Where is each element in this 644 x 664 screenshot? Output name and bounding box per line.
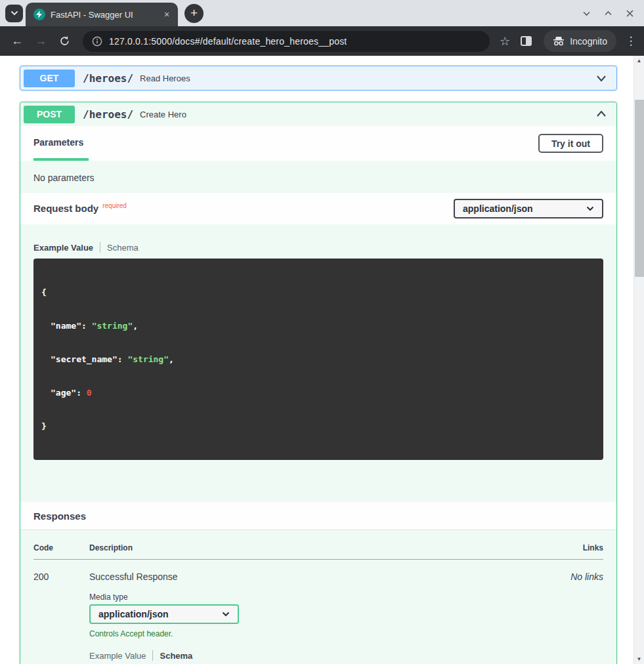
response-row-200: 200 Successful Response Media type appli… [33, 560, 603, 664]
select-chevron-down-icon [222, 612, 230, 617]
request-body-title: Request body [33, 203, 98, 215]
media-type-label: Media type [89, 592, 564, 602]
browser-toolbar: ← → 127.0.0.1:5000/docs#/default/create_… [0, 26, 644, 56]
opblock-get-header[interactable]: GET /heroes/ Read Heroes [20, 66, 616, 90]
request-body-content: Example Value Schema { "name": "string",… [20, 224, 616, 502]
tab-schema[interactable]: Schema [160, 651, 192, 661]
incognito-badge: Incognito [544, 30, 616, 52]
endpoint-path: /heroes/ [83, 108, 133, 121]
tab-close-icon[interactable]: × [161, 9, 173, 20]
accept-header-note: Controls Accept header. [89, 629, 564, 638]
address-bar[interactable]: 127.0.0.1:5000/docs#/default/create_hero… [83, 31, 490, 52]
endpoint-path: /heroes/ [83, 72, 133, 85]
response-description: Successful Response [89, 571, 564, 582]
back-button[interactable]: ← [5, 34, 29, 48]
column-links: Links [564, 543, 603, 552]
tab-divider [100, 242, 100, 253]
scroll-up-icon[interactable]: ▲ [634, 58, 644, 64]
tab-divider [152, 650, 153, 661]
response-media-type-select[interactable]: application/json [89, 604, 239, 624]
incognito-icon [553, 36, 565, 46]
endpoint-summary: Create Hero [140, 110, 186, 119]
select-chevron-down-icon [586, 206, 594, 211]
response-media-type-value: application/json [98, 609, 169, 619]
responses-table-header: Code Description Links [33, 543, 603, 560]
tab-search-button[interactable] [5, 5, 23, 22]
browser-menu-icon[interactable]: ⋮ [623, 34, 639, 48]
opblock-post-heroes: POST /heroes/ Create Hero Parameters Try… [20, 102, 617, 664]
incognito-label: Incognito [570, 36, 607, 47]
swagger-page: GET /heroes/ Read Heroes POST /heroes/ C… [0, 56, 644, 664]
model-example-tabs: Example Value Schema [33, 242, 603, 253]
forward-button[interactable]: → [29, 34, 53, 48]
browser-tab-active[interactable]: FastAPI - Swagger UI × [26, 3, 178, 26]
responses-table: Code Description Links 200 Successful Re… [20, 530, 616, 664]
column-code: Code [33, 543, 89, 552]
try-it-out-button[interactable]: Try it out [538, 134, 603, 153]
tab-example-value[interactable]: Example Value [89, 651, 146, 661]
side-panel-button[interactable] [515, 36, 537, 46]
responses-title: Responses [33, 510, 86, 522]
method-badge-get: GET [24, 70, 75, 87]
request-media-type-select[interactable]: application/json [454, 199, 603, 218]
response-links: No links [564, 571, 603, 664]
no-parameters-text: No parameters [20, 161, 616, 193]
request-body-section-header: Request bodyrequired application/json [20, 193, 616, 224]
reload-button[interactable] [53, 35, 76, 47]
window-controls [582, 9, 644, 18]
opblock-post-header[interactable]: POST /heroes/ Create Hero [20, 102, 616, 126]
browser-tabstrip: FastAPI - Swagger UI × + [0, 0, 644, 26]
request-media-type-value: application/json [463, 203, 533, 214]
window-minimize-icon[interactable] [582, 9, 591, 18]
required-label: required [102, 202, 127, 209]
expand-chevron-down-icon[interactable] [594, 71, 609, 85]
fastapi-favicon-icon [33, 9, 45, 20]
model-example-tabs: Example Value Schema [89, 650, 564, 661]
scroll-down-icon[interactable]: ▼ [634, 656, 644, 662]
opblock-get-heroes: GET /heroes/ Read Heroes [20, 66, 617, 91]
response-code: 200 [33, 571, 89, 664]
bookmark-star-icon[interactable]: ☆ [495, 34, 515, 49]
tab-parameters: Parameters [33, 126, 89, 161]
side-panel-icon [521, 36, 532, 46]
column-description: Description [89, 543, 564, 552]
url-text[interactable]: 127.0.0.1:5000/docs#/default/create_hero… [109, 36, 347, 47]
tab-example-value[interactable]: Example Value [33, 243, 93, 253]
reload-icon [59, 35, 70, 47]
window-close-icon[interactable] [625, 9, 635, 18]
page-scrollbar[interactable]: ▲ ▼ [633, 56, 644, 664]
request-example-json[interactable]: { "name": "string", "secret_name": "stri… [33, 259, 603, 460]
tab-schema[interactable]: Schema [107, 243, 139, 253]
site-info-icon[interactable] [92, 36, 102, 47]
collapse-chevron-up-icon[interactable] [594, 107, 609, 121]
parameters-section-header: Parameters Try it out [20, 126, 616, 161]
method-badge-post: POST [24, 106, 75, 123]
chevron-down-icon [11, 10, 18, 16]
responses-section-header: Responses [20, 502, 616, 530]
endpoint-summary: Read Heroes [140, 73, 190, 83]
window-maximize-icon[interactable] [603, 9, 613, 18]
new-tab-button[interactable]: + [184, 4, 204, 23]
tab-title: FastAPI - Swagger UI [51, 10, 161, 20]
scrollbar-thumb[interactable] [635, 100, 644, 277]
